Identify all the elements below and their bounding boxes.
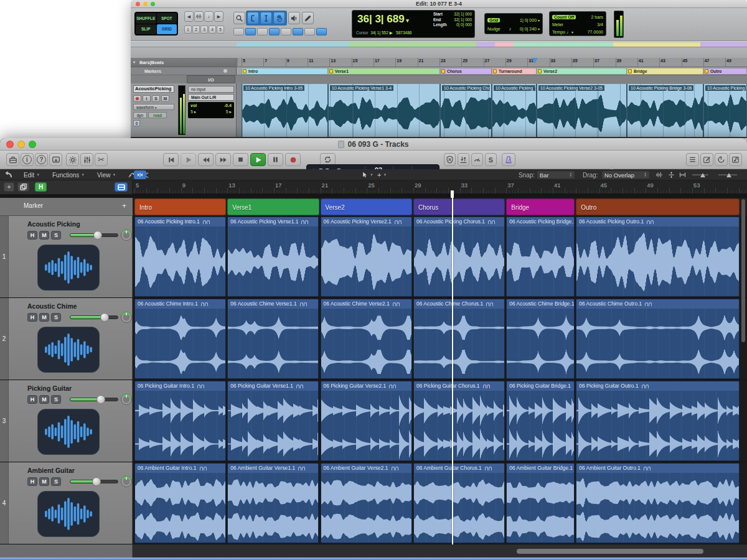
audio-region[interactable]: 06 Ambient Guitar Intro.1 (134, 463, 226, 543)
audio-region[interactable]: 06 Picking Guitar Intro.1 (134, 381, 226, 461)
tuner-button[interactable] (471, 153, 483, 166)
track-waveform-icon[interactable] (37, 409, 100, 455)
close-icon[interactable] (6, 141, 14, 148)
nudge-label[interactable]: Nudge (487, 27, 500, 31)
audio-region[interactable]: 06 Acoustic Picking Chorus.1 (413, 217, 505, 297)
marker-verse2[interactable]: Verse2 (537, 68, 627, 75)
menu-view[interactable]: View▼ (97, 169, 116, 180)
track-alternatives-button[interactable] (115, 182, 128, 192)
mute-button[interactable]: M (39, 313, 49, 322)
edit-option-button[interactable] (281, 28, 291, 35)
inspector-button[interactable]: i (21, 153, 34, 166)
vertical-auto-zoom-button[interactable] (667, 169, 675, 180)
toolbar-toggle-button[interactable] (49, 153, 62, 166)
track-name-box[interactable]: AcousticPicking (133, 85, 174, 93)
zoom-preset-3-button[interactable]: 3 (200, 26, 208, 34)
bars-beats-ruler[interactable]: 5791113151719212325272931333537394143454… (237, 58, 747, 67)
menu-edit[interactable]: Edit▼ (24, 169, 40, 180)
audio-region[interactable]: 06 Acoustic Picking Intro.1 (134, 217, 226, 297)
grabber-tool-button[interactable] (273, 12, 285, 24)
menu-functions[interactable]: Functions▼ (52, 169, 85, 180)
marker-lane-header[interactable]: Marker + (0, 198, 133, 216)
audio-region[interactable]: 06 Picking Guitar Verse2.1 (321, 381, 412, 461)
audio-region[interactable]: 10 Acoustic Picking Verse2 3-05 (537, 84, 627, 138)
zoomer-tool-button[interactable] (233, 12, 245, 24)
section-marker-intro[interactable]: Intro (134, 198, 226, 215)
audio-region[interactable]: 10 Acoustic Picking Verse1 3-4 (328, 84, 440, 138)
markers-lane[interactable]: IntroVerse1ChorusTurnaroundVerse2BridgeO… (237, 67, 747, 75)
marker-turnaround[interactable]: Turnaround (492, 68, 537, 75)
section-marker-bridge[interactable]: Bridge (506, 198, 575, 215)
play-from-selection-button[interactable] (181, 153, 196, 166)
library-button[interactable] (6, 153, 19, 166)
list-editors-button[interactable] (686, 153, 699, 166)
audio-region[interactable]: 06 Picking Guitar Verse1.1 (227, 381, 319, 461)
audio-region[interactable]: 06 Acoustic Chime Verse1.1 (227, 299, 319, 379)
track-waveform-icon[interactable] (37, 491, 100, 537)
back-button[interactable] (5, 169, 12, 180)
ruler-header[interactable]: ▾ Bars|Beats (131, 58, 237, 67)
main-counter-display[interactable]: 36| 3| 689 ▾ Start32| 1| 000 End32| 1| 0… (352, 10, 475, 38)
track-waveform-icon[interactable] (37, 245, 100, 291)
solo-button[interactable]: S (51, 231, 61, 240)
marker-intro[interactable]: Intro (242, 68, 328, 75)
audio-region[interactable]: 06 Acoustic Chime Outro.1 (576, 299, 740, 379)
solo-button[interactable]: S (51, 477, 61, 486)
vertical-scrollbar-thumb[interactable] (741, 199, 745, 342)
zoom-in-arrow-button[interactable]: ▶ (214, 11, 223, 22)
audio-region[interactable]: 06 Picking Guitar Bridge.1 (506, 381, 575, 461)
section-marker-chorus[interactable]: Chorus (413, 198, 505, 215)
metronome-button[interactable] (502, 153, 515, 166)
editors-button[interactable]: ✂ (95, 153, 108, 166)
mute-button[interactable]: M (39, 231, 49, 240)
catch-playhead-button[interactable] (134, 170, 146, 179)
software-monitoring-button[interactable] (444, 153, 456, 166)
zoom-icon[interactable] (151, 2, 155, 6)
output-selector[interactable]: Main Out L/R (188, 94, 234, 101)
command-click-tool-menu[interactable]: +▼ (377, 169, 387, 180)
track-header-acoustic-chime[interactable]: Acoustic ChimeHMS (9, 298, 133, 380)
audio-region[interactable]: 06 Acoustic Picking Verse2.1 (321, 217, 412, 297)
minimize-icon[interactable] (17, 141, 25, 148)
quick-help-button[interactable]: ? (35, 153, 48, 166)
spot-mode-button[interactable]: SPOT (157, 13, 177, 24)
volume-thumb[interactable] (96, 395, 105, 404)
audio-region[interactable]: 06 Ambient Guitar Chorus.1 (413, 463, 505, 543)
audio-region[interactable]: 10 Acoustic Picking Chorus 3-05 (440, 84, 492, 138)
rewind-button[interactable] (198, 153, 214, 166)
minimize-icon[interactable] (143, 2, 148, 6)
slip-mode-button[interactable]: SLIP (136, 24, 156, 35)
input-selector[interactable]: no input (188, 86, 234, 93)
edit-option-button[interactable] (316, 28, 327, 35)
audio-region[interactable]: 06 Picking Guitar Outro.1 (576, 381, 740, 461)
edit-option-button[interactable] (293, 28, 303, 35)
audio-region[interactable]: 06 Ambient Guitar Bridge.1 (506, 463, 575, 543)
pan-knob[interactable] (120, 475, 133, 491)
stop-button[interactable] (233, 153, 248, 166)
autopunch-button[interactable] (458, 153, 469, 166)
midi-zoom-button[interactable]: ♪ (204, 11, 214, 22)
session-setup-box[interactable]: Count Off2 bars Meter3/4 Tempo ♩▾77.0000 (549, 11, 606, 36)
audio-region[interactable]: 10 Acoustic Picking Ti (492, 84, 537, 138)
edit-insertion-marker[interactable] (532, 58, 538, 63)
audio-region[interactable]: 06 Acoustic Picking Verse1.1 (227, 217, 319, 297)
audio-zoom-button[interactable] (194, 11, 204, 22)
play-button[interactable] (250, 153, 266, 166)
pause-button[interactable] (268, 153, 283, 166)
track-name[interactable]: Ambient Guitar (27, 467, 75, 474)
hide-tracks-button[interactable]: H (35, 182, 47, 192)
volume-pan-readout[interactable]: vol-0.4 5 ▸ 5 ▸ (188, 102, 234, 118)
audio-region[interactable]: 06 Ambient Guitar Verse1.1 (227, 463, 319, 543)
duplicate-track-button[interactable] (17, 182, 29, 192)
add-track-button[interactable]: + (4, 182, 14, 192)
audio-region[interactable]: 06 Acoustic Chime Intro.1 (134, 299, 226, 379)
record-enable-button[interactable] (133, 95, 141, 102)
audio-region[interactable]: 06 Picking Guitar Chorus.1 (413, 381, 505, 461)
track-waveform-icon[interactable] (37, 327, 100, 373)
edit-option-button[interactable] (245, 28, 256, 35)
edit-option-button[interactable] (257, 28, 268, 35)
audio-region[interactable]: 06 Acoustic Picking Bridge.1 (506, 217, 575, 297)
zoom-out-arrow-button[interactable]: ◀ (184, 11, 194, 22)
horizontal-scrollbar-thumb[interactable] (517, 549, 703, 554)
edit-option-button[interactable] (233, 28, 244, 35)
